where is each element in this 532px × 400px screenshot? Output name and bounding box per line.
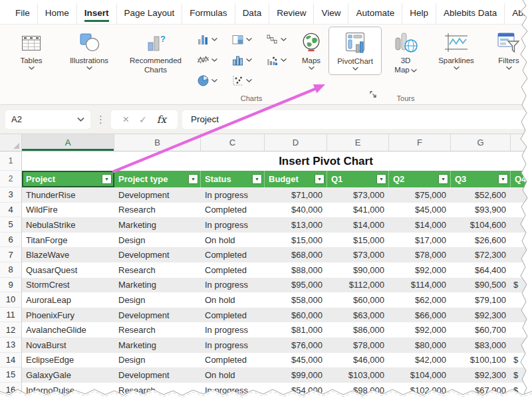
cell-status[interactable]: On hold	[201, 367, 265, 383]
cell-q2[interactable]: $45,000	[389, 203, 451, 218]
cell-status[interactable]: In progress	[201, 322, 265, 338]
cell-q3[interactable]: $104,600	[451, 217, 511, 233]
row-number[interactable]: 13	[0, 338, 22, 353]
cell-status[interactable]: In progress	[201, 217, 265, 233]
cell-q2[interactable]: $14,000	[389, 217, 451, 233]
cell-q2[interactable]: $62,000	[389, 292, 451, 308]
maps-button[interactable]: Maps	[294, 25, 329, 70]
cell-type[interactable]: Development	[114, 367, 201, 383]
row-number[interactable]: 16	[0, 383, 22, 398]
cell-project[interactable]: GalaxyGale	[22, 367, 114, 383]
cell-status[interactable]: In progress	[201, 187, 265, 203]
cell-q2[interactable]: $92,000	[389, 322, 451, 338]
cell-q1[interactable]: $15,000	[327, 233, 389, 248]
filter-dropdown-icon[interactable]: ▼	[102, 174, 112, 184]
filter-dropdown-icon[interactable]: ▼	[438, 174, 448, 184]
illustrations-button[interactable]: Illustrations	[60, 25, 118, 70]
cell-q1[interactable]: $78,000	[327, 338, 389, 353]
cell-q4[interactable]	[511, 338, 532, 353]
cell-q4[interactable]	[511, 203, 532, 218]
row-number[interactable]: 6	[0, 233, 22, 248]
sparklines-button[interactable]: Sparklines	[430, 25, 483, 70]
cell-budget[interactable]: $13,000	[265, 217, 327, 233]
row-number[interactable]: 7	[0, 247, 22, 262]
header-cell-project[interactable]: Project ▼	[22, 171, 114, 187]
row-number[interactable]: 15	[0, 367, 22, 383]
cell-q3[interactable]: $92,300	[451, 308, 511, 323]
cell-project[interactable]: NebulaStrike	[22, 217, 114, 233]
cell-q2[interactable]: $104,000	[389, 367, 451, 383]
select-all-corner[interactable]	[0, 134, 22, 151]
header-cell-q4[interactable]: Q4	[511, 171, 532, 187]
cell-status[interactable]: Completed	[201, 262, 265, 278]
cell-q4[interactable]: $	[511, 367, 532, 383]
pie-chart-button[interactable]	[190, 70, 225, 91]
cell-budget[interactable]: $68,000	[265, 247, 327, 262]
cell-q3[interactable]: $52,600	[451, 187, 511, 203]
row-number[interactable]: 1	[0, 151, 22, 171]
combo-chart-button[interactable]	[259, 50, 294, 70]
header-cell-q1[interactable]: Q1 ▼	[327, 171, 389, 187]
cell-project[interactable]: QuasarQuest	[22, 262, 114, 278]
cell-q4[interactable]	[511, 247, 532, 262]
cell-q1[interactable]: $63,000	[327, 308, 389, 323]
cell-project[interactable]: NovaBurst	[22, 338, 114, 353]
cell-q3[interactable]: $90,500	[451, 278, 511, 293]
cell-status[interactable]: Completed	[201, 308, 265, 323]
cell-type[interactable]: Design	[114, 353, 201, 368]
cell-budget[interactable]: $76,000	[265, 338, 327, 353]
cancel-icon[interactable]: ×	[122, 114, 129, 125]
cell-q3[interactable]: $92,300	[451, 367, 511, 383]
column-header-a[interactable]: A	[22, 134, 114, 151]
insert-function-icon[interactable]: fx	[157, 114, 166, 126]
cell-q1[interactable]: $14,000	[327, 217, 389, 233]
cell-type[interactable]: Research	[114, 203, 201, 218]
row-number[interactable]: 9	[0, 278, 22, 293]
cell-budget[interactable]: $15,000	[265, 233, 327, 248]
cell-type[interactable]: Development	[114, 308, 201, 323]
cell-type[interactable]: Design	[114, 233, 201, 248]
hierarchy-chart-button[interactable]	[225, 29, 259, 50]
tab-ablebits-to[interactable]: Ablebits To	[504, 3, 532, 24]
cell-q3[interactable]: $79,100	[451, 292, 511, 308]
cell-type[interactable]: Development	[114, 187, 201, 203]
cell-project[interactable]: EclipseEdge	[22, 353, 114, 368]
tab-ablebits-data[interactable]: Ablebits Data	[436, 3, 504, 24]
cell-q3[interactable]: $60,700	[451, 322, 511, 338]
cell-q1[interactable]: $46,000	[327, 353, 389, 368]
filter-dropdown-icon[interactable]: ▼	[188, 174, 198, 184]
column-header-c[interactable]: C	[201, 134, 265, 151]
cell-q1[interactable]: $98,000	[327, 383, 389, 398]
cell-status[interactable]: In progress	[201, 278, 265, 293]
cell-q1[interactable]: $41,000	[327, 203, 389, 218]
filters-button[interactable]: Filters	[485, 25, 532, 70]
row-number[interactable]: 10	[0, 292, 22, 308]
cell-budget[interactable]: $60,000	[265, 308, 327, 323]
cell-q2[interactable]: $42,000	[389, 353, 451, 368]
cell-budget[interactable]: $54,000	[265, 383, 327, 398]
cell-q1[interactable]: $73,000	[327, 247, 389, 262]
cell-q4[interactable]	[511, 262, 532, 278]
cell-project[interactable]: StormCrest	[22, 278, 114, 293]
header-cell-budget[interactable]: Budget ▼	[265, 171, 327, 187]
column-chart-button[interactable]	[190, 29, 225, 50]
cell-type[interactable]: Marketing	[114, 217, 201, 233]
row-number[interactable]: 2	[0, 171, 22, 187]
tab-data[interactable]: Data	[235, 3, 269, 24]
statistic-chart-button[interactable]	[225, 50, 259, 70]
cell-q4[interactable]	[511, 217, 532, 233]
cell-q2[interactable]: $114,000	[389, 278, 451, 293]
cell-status[interactable]: Completed	[201, 203, 265, 218]
tab-home[interactable]: Home	[37, 3, 76, 24]
cell-q1[interactable]: $103,000	[327, 367, 389, 383]
header-cell-project-type[interactable]: Project type ▼	[114, 171, 201, 187]
cell-q1[interactable]: $73,000	[327, 187, 389, 203]
formula-input[interactable]: Project	[182, 110, 527, 129]
filter-dropdown-icon[interactable]: ▼	[252, 174, 262, 184]
cell-type[interactable]: Marketing	[114, 278, 201, 293]
cell-status[interactable]: In progress	[201, 383, 265, 398]
header-cell-status[interactable]: Status ▼	[201, 171, 265, 187]
cell-project[interactable]: AvalancheGlide	[22, 322, 114, 338]
tab-insert[interactable]: Insert	[76, 3, 116, 24]
cell-q2[interactable]: $92,000	[389, 262, 451, 278]
